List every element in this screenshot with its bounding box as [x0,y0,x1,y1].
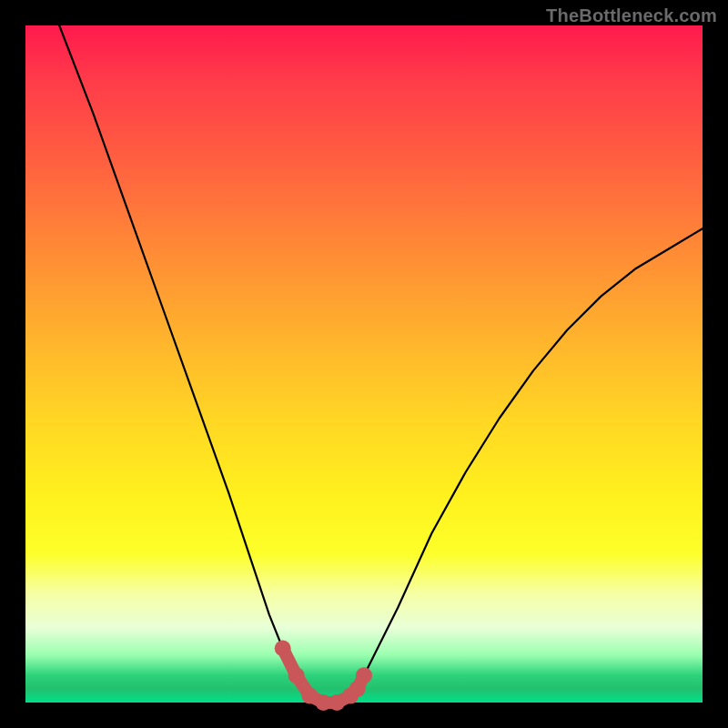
trough-marker [356,667,372,683]
marker-group [275,641,372,712]
chart-svg [25,25,703,703]
bottleneck-curve [59,25,703,703]
trough-marker [288,667,305,683]
trough-marker [275,641,291,657]
watermark-text: TheBottleneck.com [546,5,717,26]
